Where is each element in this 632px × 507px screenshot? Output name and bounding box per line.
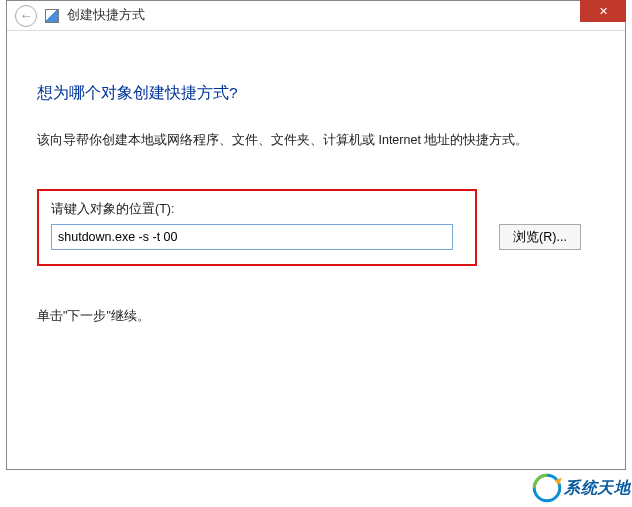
wizard-window: ← 创建快捷方式 ✕ 想为哪个对象创建快捷方式? 该向导帮你创建本地或网络程序、…: [6, 0, 626, 470]
shortcut-icon: [45, 9, 59, 23]
watermark-text: 系统天地: [564, 478, 630, 499]
content-area: 想为哪个对象创建快捷方式? 该向导帮你创建本地或网络程序、文件、文件夹、计算机或…: [7, 31, 625, 345]
page-description: 该向导帮你创建本地或网络程序、文件、文件夹、计算机或 Internet 地址的快…: [37, 132, 595, 149]
window-title: 创建快捷方式: [67, 7, 145, 24]
watermark: 系统天地: [532, 473, 630, 503]
titlebar: ← 创建快捷方式 ✕: [7, 1, 625, 31]
highlight-annotation: 请键入对象的位置(T): 浏览(R)...: [37, 189, 477, 266]
back-button[interactable]: ←: [15, 5, 37, 27]
location-row: 请键入对象的位置(T): 浏览(R)...: [37, 189, 595, 266]
close-button[interactable]: ✕: [580, 0, 626, 22]
location-input[interactable]: [51, 224, 453, 250]
continue-hint: 单击"下一步"继续。: [37, 308, 595, 325]
page-heading: 想为哪个对象创建快捷方式?: [37, 83, 595, 104]
location-label: 请键入对象的位置(T):: [51, 201, 463, 218]
browse-button[interactable]: 浏览(R)...: [499, 224, 581, 250]
back-arrow-icon: ←: [20, 8, 33, 23]
close-icon: ✕: [599, 5, 608, 18]
globe-icon: [532, 473, 562, 503]
